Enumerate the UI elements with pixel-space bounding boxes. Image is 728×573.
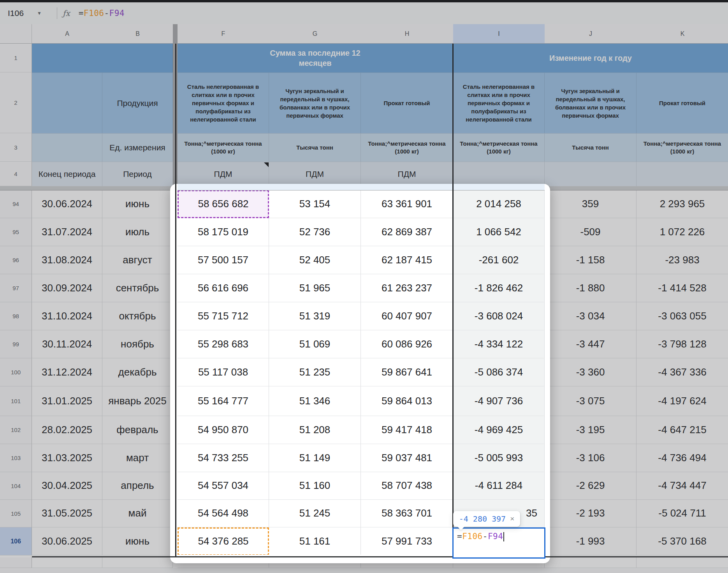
cell-A94[interactable]: 30.06.2024 bbox=[32, 190, 102, 218]
column-header-J[interactable]: J bbox=[545, 24, 637, 44]
label-period[interactable]: Период bbox=[102, 162, 173, 186]
cell-B95[interactable]: июль bbox=[102, 218, 173, 246]
cell-G94[interactable]: 53 154 bbox=[269, 190, 361, 218]
cell-K99[interactable]: -3 798 128 bbox=[637, 330, 728, 358]
column-header-H[interactable]: H bbox=[361, 24, 454, 44]
cell-H102[interactable]: 59 417 418 bbox=[361, 416, 453, 444]
cell-F94[interactable]: 58 656 682 bbox=[178, 190, 269, 218]
product-header-F2[interactable]: Сталь нелегированная в слитках или в про… bbox=[178, 72, 269, 133]
cell-J102[interactable]: -3 195 bbox=[545, 416, 637, 444]
cell-K4[interactable] bbox=[637, 162, 728, 186]
column-header-A[interactable]: A bbox=[32, 24, 103, 44]
cell-A99[interactable]: 30.11.2024 bbox=[32, 330, 102, 358]
label-period-end[interactable]: Конец периода bbox=[32, 162, 102, 186]
unit-header-G3[interactable]: Тысяча тонн bbox=[269, 133, 361, 162]
row-header-102[interactable]: 102 bbox=[0, 416, 32, 444]
cell-B102[interactable]: февраль bbox=[102, 416, 173, 444]
cell-A104[interactable]: 30.04.2025 bbox=[32, 472, 102, 500]
cell-J103[interactable]: -3 106 bbox=[545, 444, 637, 472]
cell-A100[interactable]: 31.12.2024 bbox=[32, 358, 102, 386]
chevron-down-icon[interactable]: ▼ bbox=[37, 11, 42, 16]
cell-G104[interactable]: 51 160 bbox=[269, 472, 361, 500]
row-header-105[interactable]: 105 bbox=[0, 500, 32, 527]
cell-K100[interactable]: -4 367 336 bbox=[637, 358, 728, 386]
cell-K95[interactable]: 1 072 226 bbox=[637, 218, 728, 246]
row-header-103[interactable]: 103 bbox=[0, 444, 32, 472]
row-header-99[interactable]: 99 bbox=[0, 330, 32, 358]
cell-J95[interactable]: -509 bbox=[545, 218, 637, 246]
column-header-I[interactable]: I bbox=[453, 24, 545, 44]
row-header-4[interactable]: 4 bbox=[0, 162, 32, 186]
cell-G95[interactable]: 52 736 bbox=[269, 218, 361, 246]
cell-A96[interactable]: 31.08.2024 bbox=[32, 246, 102, 274]
cell-F95[interactable]: 58 175 019 bbox=[178, 218, 269, 246]
cell-I97[interactable]: -1 826 462 bbox=[453, 274, 545, 302]
pdm-header-G4[interactable]: ПДМ bbox=[269, 162, 361, 186]
cell-B94[interactable]: июнь bbox=[102, 190, 173, 218]
formula-input[interactable]: =F106-F94 bbox=[79, 9, 125, 18]
pdm-header-F4[interactable]: ПДМ bbox=[178, 162, 269, 186]
cell-J100[interactable]: -3 360 bbox=[545, 358, 637, 386]
cell-I94[interactable]: 2 014 258 bbox=[453, 190, 545, 218]
section-title-yoy[interactable]: Изменение год к году bbox=[453, 44, 728, 72]
cell-F98[interactable]: 55 715 712 bbox=[178, 302, 269, 330]
cell-H96[interactable]: 62 187 415 bbox=[361, 246, 453, 274]
cell-F103[interactable]: 54 733 255 bbox=[178, 444, 269, 472]
cell-I104[interactable]: -4 611 284 bbox=[453, 472, 545, 500]
cell-H99[interactable]: 60 086 926 bbox=[361, 330, 453, 358]
cell-J94[interactable]: 359 bbox=[545, 190, 637, 218]
row-header-104[interactable]: 104 bbox=[0, 472, 32, 500]
cell-G100[interactable]: 51 235 bbox=[269, 358, 361, 386]
label-unit[interactable]: Ед. измерения bbox=[102, 133, 173, 162]
product-header-I2[interactable]: Сталь нелегированная в слитках или в про… bbox=[453, 72, 545, 133]
unit-header-J3[interactable]: Тысяча тонн bbox=[545, 133, 637, 162]
cell-J4[interactable] bbox=[545, 162, 637, 186]
cell-G97[interactable]: 51 965 bbox=[269, 274, 361, 302]
cell-B103[interactable]: март bbox=[102, 444, 173, 472]
cell-A106[interactable]: 30.06.2025 bbox=[32, 527, 102, 555]
cell-I98[interactable]: -3 608 024 bbox=[453, 302, 545, 330]
cell-F96[interactable]: 57 500 157 bbox=[178, 246, 269, 274]
cell-B106[interactable]: июнь bbox=[102, 527, 173, 555]
cell-A3[interactable] bbox=[32, 133, 102, 162]
cell-F106[interactable]: 54 376 285 bbox=[178, 527, 269, 555]
cell-K106[interactable]: -5 370 168 bbox=[637, 527, 728, 555]
row-header-101[interactable]: 101 bbox=[0, 386, 32, 416]
cell-B98[interactable]: октябрь bbox=[102, 302, 173, 330]
column-header-F[interactable]: F bbox=[178, 24, 269, 44]
cell-J101[interactable]: -3 075 bbox=[545, 386, 637, 416]
cell-F97[interactable]: 56 616 696 bbox=[178, 274, 269, 302]
cell-K94[interactable]: 2 293 965 bbox=[637, 190, 728, 218]
cell-B100[interactable]: декабрь bbox=[102, 358, 173, 386]
row-header-106[interactable]: 106 bbox=[0, 527, 32, 555]
cell-A103[interactable]: 31.03.2025 bbox=[32, 444, 102, 472]
cell-editor-I106[interactable]: =F106-F94 bbox=[452, 527, 545, 559]
select-all-corner[interactable] bbox=[0, 24, 32, 44]
cell-I4[interactable] bbox=[453, 162, 545, 186]
product-header-K2[interactable]: Прокат готовый bbox=[637, 72, 728, 133]
cell-G96[interactable]: 52 405 bbox=[269, 246, 361, 274]
cell-H97[interactable]: 61 263 237 bbox=[361, 274, 453, 302]
cell-H106[interactable]: 57 991 733 bbox=[361, 527, 453, 555]
cell-K105[interactable]: -5 024 711 bbox=[637, 500, 728, 527]
cell-G102[interactable]: 51 208 bbox=[269, 416, 361, 444]
cell-K97[interactable]: -1 414 528 bbox=[637, 274, 728, 302]
cell-A105[interactable]: 31.05.2025 bbox=[32, 500, 102, 527]
cell-A98[interactable]: 31.10.2024 bbox=[32, 302, 102, 330]
cell-I101[interactable]: -4 907 736 bbox=[453, 386, 545, 416]
cell-A101[interactable]: 31.01.2025 bbox=[32, 386, 102, 416]
cell-I100[interactable]: -5 086 374 bbox=[453, 358, 545, 386]
cell-F101[interactable]: 55 164 777 bbox=[178, 386, 269, 416]
cell-K104[interactable]: -4 734 447 bbox=[637, 472, 728, 500]
cell-H95[interactable]: 62 869 387 bbox=[361, 218, 453, 246]
cell-A97[interactable]: 30.09.2024 bbox=[32, 274, 102, 302]
column-header-B[interactable]: B bbox=[102, 24, 173, 44]
cell-A102[interactable]: 28.02.2025 bbox=[32, 416, 102, 444]
cell-F99[interactable]: 55 298 683 bbox=[178, 330, 269, 358]
cell-B99[interactable]: ноябрь bbox=[102, 330, 173, 358]
cell-G99[interactable]: 51 069 bbox=[269, 330, 361, 358]
cell-H104[interactable]: 58 707 438 bbox=[361, 472, 453, 500]
cell-B101[interactable]: январь 2025 bbox=[102, 386, 173, 416]
cell-H101[interactable]: 59 864 013 bbox=[361, 386, 453, 416]
cell-J105[interactable]: -2 193 bbox=[545, 500, 637, 527]
